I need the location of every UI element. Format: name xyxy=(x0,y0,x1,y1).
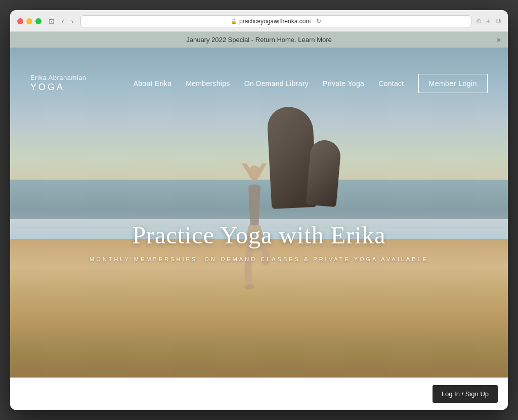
traffic-lights xyxy=(17,18,41,24)
nav-link-private-yoga[interactable]: Private Yoga xyxy=(323,79,364,88)
hero-title: Practice Yoga with Erika xyxy=(10,221,508,249)
login-signup-button[interactable]: Log In / Sign Up xyxy=(433,385,498,403)
tabs-icon[interactable]: ⧉ xyxy=(496,17,501,26)
logo: Erika Abrahamian YOGA xyxy=(30,74,87,93)
logo-name: Erika Abrahamian xyxy=(30,74,87,82)
nav-link-on-demand[interactable]: On Demand Library xyxy=(244,79,309,88)
hero-section: Erika Abrahamian YOGA About Erika Member… xyxy=(10,48,508,377)
new-tab-icon[interactable]: ＋ xyxy=(485,17,492,26)
close-button[interactable] xyxy=(17,18,23,24)
back-button[interactable]: ‹ xyxy=(60,16,66,26)
logo-yoga: YOGA xyxy=(30,82,87,93)
rock-formation-small xyxy=(306,139,342,207)
website-content: January 2022 Special - Return Home. Lear… xyxy=(10,32,508,410)
url-text: practiceyogawitherika.com xyxy=(239,18,311,25)
svg-point-2 xyxy=(244,284,254,289)
share-icon[interactable]: ⎋ xyxy=(477,17,481,26)
forward-button[interactable]: › xyxy=(69,16,76,26)
announcement-text: January 2022 Special - Return Home. Lear… xyxy=(186,36,332,44)
nav-links: About Erika Memberships On Demand Librar… xyxy=(134,74,488,93)
sidebar-toggle-icon[interactable]: ⊡ xyxy=(47,16,57,26)
member-login-button[interactable]: Member Login xyxy=(418,74,488,93)
announcement-close-button[interactable]: × xyxy=(497,36,501,44)
browser-nav-controls: ⊡ ‹ › xyxy=(47,16,75,26)
hero-subtitle: Monthly Memberships, On-Demand Classes &… xyxy=(10,256,508,262)
nav-link-memberships[interactable]: Memberships xyxy=(186,79,230,88)
minimize-button[interactable] xyxy=(26,18,32,24)
address-bar[interactable]: 🔒 practiceyogawitherika.com ↻ xyxy=(80,15,471,27)
browser-chrome: ⊡ ‹ › 🔒 practiceyogawitherika.com ↻ ⎋ ＋ … xyxy=(10,10,508,32)
bottom-bar: Log In / Sign Up xyxy=(10,377,508,410)
maximize-button[interactable] xyxy=(35,18,41,24)
lock-icon: 🔒 xyxy=(231,19,237,24)
hero-content: Practice Yoga with Erika Monthly Members… xyxy=(10,221,508,262)
browser-action-buttons: ⎋ ＋ ⧉ xyxy=(477,17,501,26)
refresh-icon[interactable]: ↻ xyxy=(316,18,321,25)
nav-link-contact[interactable]: Contact xyxy=(378,79,404,88)
nav-link-about[interactable]: About Erika xyxy=(134,79,172,88)
browser-window: ⊡ ‹ › 🔒 practiceyogawitherika.com ↻ ⎋ ＋ … xyxy=(10,10,508,410)
navigation: Erika Abrahamian YOGA About Erika Member… xyxy=(10,66,508,101)
announcement-bar: January 2022 Special - Return Home. Lear… xyxy=(10,32,508,48)
